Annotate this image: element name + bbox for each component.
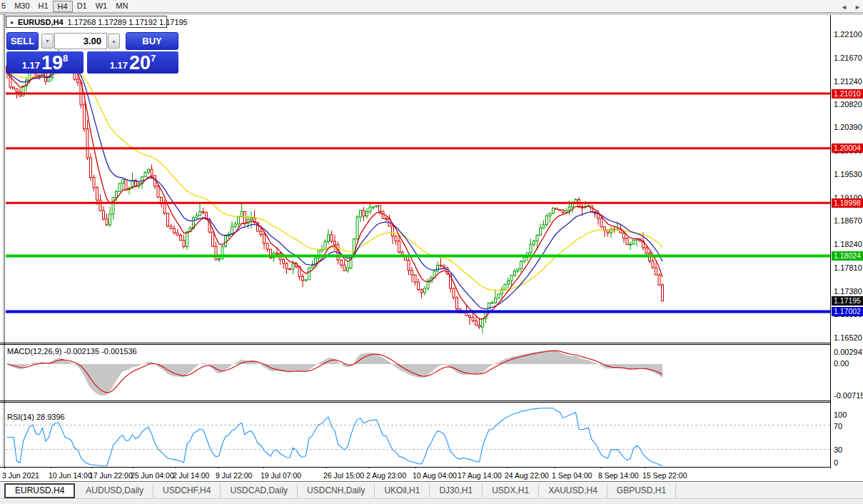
sell-price-panel[interactable]: 1.17 19 8 [6,51,84,74]
collapse-triangle-icon[interactable]: ▲ [9,19,14,24]
tab-ukoil-h1[interactable]: UKOil,H1 [375,484,430,498]
volume-decrease-button[interactable]: ▼ [41,34,54,49]
chart-symbol-title: EURUSD,H4 [18,18,64,26]
timeframe-button-h4[interactable]: H4 [53,1,73,12]
macd-indicator-label: MACD(12,26,9) -0.002135 -0.001536 [7,347,137,356]
chevron-down-icon: ▼ [45,39,50,44]
time-axis-label: 26 Jul 15:00 [323,471,364,480]
time-axis-label: 15 Sep 22:00 [642,471,687,480]
buy-button[interactable]: BUY [126,32,178,50]
tab-usdcnh-daily[interactable]: USDCNH,Daily [298,484,375,498]
price-axis-tick: 1.16520 [834,333,862,342]
volume-input[interactable] [54,33,107,49]
volume-increase-button[interactable]: ▲ [108,34,120,49]
time-axis-label: 19 Jul 07:00 [261,471,301,480]
rsi-axis-label: 30 [834,445,842,454]
tab-scroll-right-icon[interactable]: ► [854,4,861,11]
time-axis-label: 10 Aug 04:00 [413,471,457,480]
time-axis-label: 17 Jun 22:00 [89,471,133,480]
time-axis-label: 25 Jun 04:00 [131,471,174,480]
status-bar [0,500,863,504]
buy-price-panel[interactable]: 1.17 20 7 [87,51,178,74]
macd-axis-label: -0.007153 [834,391,863,400]
tab-usdchf-h4[interactable]: USDCHF,H4 [153,484,221,498]
tab-usdx-h1[interactable]: USDX,H1 [483,484,539,498]
price-axis-tick: 1.20390 [834,123,862,131]
window-frame-top [0,14,863,14]
price-axis-tick: 1.18670 [834,216,862,225]
timeframe-button-mn[interactable]: MN [111,1,132,12]
time-axis-label: 1 Sep 04:00 [552,471,592,480]
tab-eurusd-h4[interactable]: EURUSD,H4 [4,483,75,498]
trading-platform-window: 5M30H1H4D1W1MN ▲ EURUSD,H4 1.17268 1.172… [0,0,863,504]
price-level-tag: 1.21010 [832,89,863,99]
price-level-tag: 1.18998 [832,198,863,208]
rsi-axis-label: 100 [834,410,847,419]
price-level-tag: 1.17002 [832,307,863,316]
candlestick-chart-canvas[interactable] [0,15,863,468]
price-axis-tick: 1.19530 [834,170,862,178]
timeframe-toolbar: 5M30H1H4D1W1MN [0,0,863,13]
macd-axis-label: 0.00 [834,359,849,368]
chart-tab-bar: EURUSD,H4AUDUSD,DailyUSDCHF,H4USDCAD,Dai… [0,483,863,499]
sell-price-pip-digit: 8 [63,53,68,64]
chart-title-box: ▲ EURUSD,H4 1.17268 1.17289 1.17192 1.17… [6,16,167,28]
buy-price-prefix: 1.17 [110,60,128,71]
rsi-axis-label: 70 [834,422,842,430]
macd-axis-label: 0.002947 [834,348,863,356]
tab-usdcad-daily[interactable]: USDCAD,Daily [221,484,298,498]
time-axis-label: 8 Sep 14:00 [598,471,639,480]
rsi-indicator-label: RSI(14) 28.9396 [7,413,65,421]
time-axis-label: 3 Jun 2021 [2,471,39,480]
tab-gbpusd-h1[interactable]: GBPUSD,H1 [607,484,676,498]
tab-audusd-daily[interactable]: AUDUSD,Daily [76,484,153,498]
price-axis-tick: 1.21670 [834,54,862,62]
chevron-up-icon: ▲ [111,39,116,44]
price-axis-tick: 1.22100 [834,30,862,39]
time-axis-label: 24 Aug 22:00 [505,471,549,480]
one-click-trading-panel: SELL ▼ ▲ BUY 1.17 19 8 1.17 20 7 [6,31,179,74]
timeframe-button-h1[interactable]: H1 [34,1,53,12]
time-axis: 3 Jun 202110 Jun 14:0017 Jun 22:0025 Jun… [0,468,863,482]
timeframe-button-d1[interactable]: D1 [73,1,91,12]
time-axis-label: 2 Aug 23:00 [366,471,406,480]
price-level-tag: 1.18024 [832,251,863,261]
price-axis-tick: 1.18240 [834,240,862,248]
timeframe-button-5[interactable]: 5 [0,1,10,12]
price-level-tag: 1.20004 [832,143,863,153]
time-axis-label: 17 Aug 14:00 [458,471,502,480]
price-axis-tick: 1.17380 [834,287,862,296]
price-axis-tick: 1.17810 [834,263,862,272]
price-axis-tick: 1.21240 [834,77,862,86]
chart-ohlc-values: 1.17268 1.17289 1.17192 1.17195 [68,18,188,26]
sell-button[interactable]: SELL [6,32,39,50]
price-level-tag: 1.17195 [832,296,863,306]
tab-dj30-h1[interactable]: DJ30,H1 [430,484,483,498]
time-axis-label: 2 Jul 14:00 [173,471,209,480]
buy-price-pip-digit: 7 [151,53,156,64]
sell-price-prefix: 1.17 [22,60,40,71]
buy-price-big-digits: 20 [129,54,151,73]
tab-xauusd-h4[interactable]: XAUUSD,H4 [539,484,607,498]
timeframe-button-m30[interactable]: M30 [10,1,34,12]
price-axis-tick: 1.20820 [834,100,862,109]
time-axis-label: 10 Jun 14:00 [49,471,92,480]
time-axis-label: 9 Jul 22:00 [216,471,252,480]
sell-price-big-digits: 19 [41,54,63,73]
timeframe-button-w1[interactable]: W1 [91,1,112,12]
price-axis: 1.221001.216701.212401.208201.203901.199… [831,15,863,468]
tab-scroll-left-icon[interactable]: ◄ [841,4,847,11]
rsi-axis-label: 0 [834,458,838,467]
